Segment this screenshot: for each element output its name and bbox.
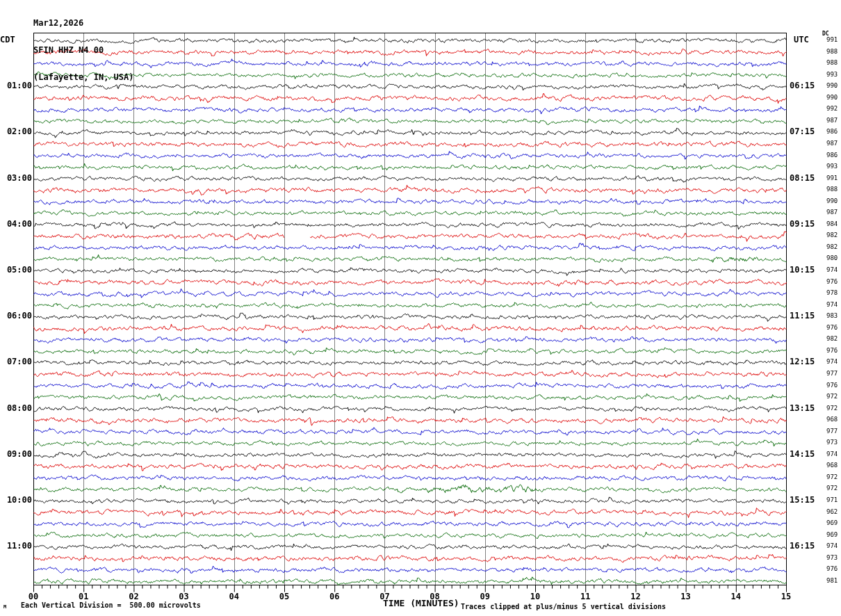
dc-value: 988 (826, 59, 841, 67)
dc-value: 992 (826, 105, 841, 113)
dc-value: 972 (826, 473, 841, 481)
title-block: Mar12,2026 SFIN HHZ N4 00 (Lafayette, IN… (33, 1, 134, 91)
dc-value: 976 (826, 565, 841, 573)
cdt-hour-label: 07:00 (0, 357, 32, 366)
seismogram-plot-canvas (0, 0, 841, 616)
dc-value: 993 (826, 71, 841, 79)
dc-value: 987 (826, 209, 841, 216)
title-location: (Lafayette, IN, USA) (33, 73, 134, 82)
x-tick-label: 13 (674, 592, 698, 601)
x-tick-label: 05 (272, 592, 296, 601)
dc-value: 976 (826, 347, 841, 355)
dc-value: 990 (826, 197, 841, 205)
right-axis-header-utc: UTC (794, 35, 809, 44)
cdt-hour-label: 04:00 (0, 219, 32, 229)
cdt-hour-label: 02:00 (0, 127, 32, 136)
dc-value: 981 (826, 577, 841, 585)
dc-value: 988 (826, 48, 841, 56)
vertical-scale-note: Each Vertical Division = 500.00 microvol… (21, 601, 201, 609)
dc-value: 969 (826, 519, 841, 527)
dc-value: 971 (826, 496, 841, 504)
x-tick-label: 09 (473, 592, 497, 601)
utc-hour-label: 07:15 (790, 127, 824, 136)
x-tick-label: 12 (623, 592, 647, 601)
dc-value: 974 (826, 266, 841, 274)
dc-value: 974 (826, 542, 841, 550)
x-tick-label: 02 (122, 592, 145, 601)
dc-value: 986 (826, 152, 841, 159)
dc-value: 976 (826, 278, 841, 286)
utc-hour-label: 13:15 (790, 403, 824, 413)
dc-value: 976 (826, 324, 841, 332)
cdt-hour-label: 06:00 (0, 311, 32, 321)
dc-value: 980 (826, 254, 841, 262)
dc-value: 988 (826, 186, 841, 193)
dc-value: 968 (826, 462, 841, 469)
utc-hour-label: 09:15 (790, 219, 824, 229)
title-station: SFIN HHZ N4 00 (33, 46, 134, 55)
dc-value: 987 (826, 140, 841, 147)
utc-hour-label: 14:15 (790, 449, 824, 459)
dc-value: 982 (826, 243, 841, 251)
left-axis-header-cdt: CDT (0, 35, 15, 44)
clipping-note: Traces clipped at plus/minus 5 vertical … (461, 603, 666, 610)
dc-value: 987 (826, 117, 841, 124)
cdt-hour-label: 09:00 (0, 449, 32, 459)
dc-value: 974 (826, 451, 841, 458)
dc-value: 986 (826, 128, 841, 136)
x-tick-label: 14 (724, 592, 748, 601)
cdt-hour-label: 05:00 (0, 265, 32, 275)
x-tick-label: 00 (22, 592, 45, 601)
x-tick-label: 10 (523, 592, 547, 601)
utc-hour-label: 08:15 (790, 173, 824, 183)
dc-value: 990 (826, 82, 841, 90)
dc-value: 972 (826, 393, 841, 400)
utc-hour-label: 10:15 (790, 265, 824, 275)
utc-hour-label: 06:15 (790, 81, 824, 90)
utc-hour-label: 12:15 (790, 357, 824, 366)
utc-hour-label: 11:15 (790, 311, 824, 321)
dc-value: 982 (826, 335, 841, 343)
x-tick-label: 06 (322, 592, 346, 601)
utc-hour-label: 15:15 (790, 495, 824, 505)
cdt-hour-label: 01:00 (0, 81, 32, 90)
dc-value: 969 (826, 531, 841, 539)
utc-hour-label: 16:15 (790, 541, 824, 551)
cdt-hour-label: 10:00 (0, 495, 32, 505)
dc-value: 973 (826, 554, 841, 562)
x-tick-label: 11 (573, 592, 597, 601)
helicorder-page: { "title": { "date": "Mar12,2026", "stat… (0, 0, 841, 616)
title-date: Mar12,2026 (33, 19, 134, 28)
x-tick-label: 01 (72, 592, 95, 601)
dc-value: 991 (826, 36, 841, 44)
dc-value: 973 (826, 439, 841, 446)
dc-value: 993 (826, 163, 841, 170)
dc-value: 982 (826, 232, 841, 239)
dc-value: 962 (826, 508, 841, 516)
dc-value: 972 (826, 405, 841, 412)
dc-value: 978 (826, 289, 841, 297)
dc-value: 972 (826, 485, 841, 492)
dc-value: 977 (826, 370, 841, 378)
cdt-hour-label: 08:00 (0, 403, 32, 413)
dc-value: 968 (826, 416, 841, 423)
dc-value: 984 (826, 220, 841, 228)
x-tick-label: 03 (172, 592, 196, 601)
cdt-hour-label: 03:00 (0, 173, 32, 183)
x-tick-label: 04 (222, 592, 246, 601)
dc-value: 974 (826, 301, 841, 309)
dc-value: 974 (826, 358, 841, 366)
corner-mark: M (3, 604, 6, 610)
dc-value: 977 (826, 428, 841, 435)
x-axis-title: TIME (MINUTES) (383, 598, 459, 608)
x-tick-label: 15 (774, 592, 798, 601)
dc-value: 976 (826, 382, 841, 389)
cdt-hour-label: 11:00 (0, 541, 32, 551)
dc-value: 991 (826, 175, 841, 182)
dc-value: 990 (826, 94, 841, 102)
dc-value: 983 (826, 312, 841, 320)
